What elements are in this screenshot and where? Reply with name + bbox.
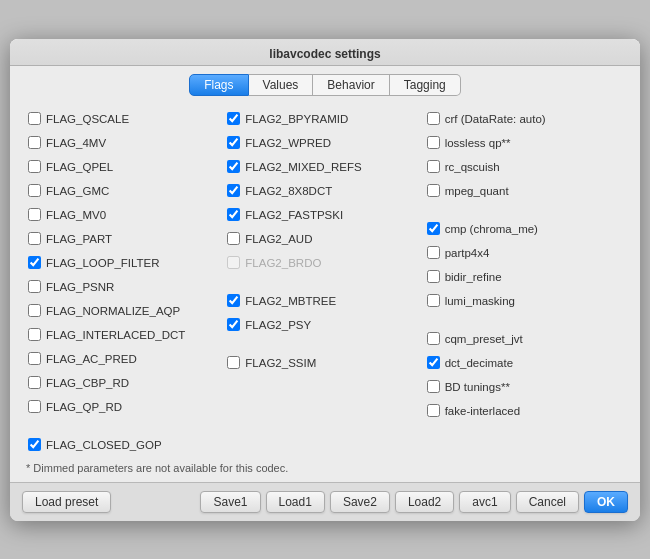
flag-ac-pred-checkbox[interactable] — [28, 352, 41, 365]
flag-label: FLAG2_MBTREE — [245, 295, 336, 307]
dialog-title: libavcodec settings — [269, 47, 380, 61]
flag-qscale-checkbox[interactable] — [28, 112, 41, 125]
list-item: FLAG_CBP_RD — [26, 372, 225, 394]
flag-label: BD tunings** — [445, 381, 510, 393]
flag-label: FLAG_PART — [46, 233, 112, 245]
flag-closed-gop-checkbox[interactable] — [28, 438, 41, 451]
flag2-bpyramid-checkbox[interactable] — [227, 112, 240, 125]
flag-label: FLAG_GMC — [46, 185, 109, 197]
flag-label: lumi_masking — [445, 295, 515, 307]
save1-button[interactable]: Save1 — [200, 491, 260, 513]
column-1: FLAG_QSCALE FLAG_4MV FLAG_QPEL FLAG_GMC … — [26, 108, 225, 456]
flag-label: FLAG_QSCALE — [46, 113, 129, 125]
tab-tagging[interactable]: Tagging — [390, 74, 461, 96]
flag-label: FLAG_QP_RD — [46, 401, 122, 413]
lumi-masking-checkbox[interactable] — [427, 294, 440, 307]
flag-label: FLAG_PSNR — [46, 281, 114, 293]
flag2-psy-checkbox[interactable] — [227, 318, 240, 331]
flag2-wpred-checkbox[interactable] — [227, 136, 240, 149]
flag-label: FLAG_4MV — [46, 137, 106, 149]
flag-label: FLAG_AC_PRED — [46, 353, 137, 365]
flag-cbp-rd-checkbox[interactable] — [28, 376, 41, 389]
load2-button[interactable]: Load2 — [395, 491, 454, 513]
flag-label: FLAG2_WPRED — [245, 137, 331, 149]
lossless-qp-checkbox[interactable] — [427, 136, 440, 149]
list-item: FLAG2_WPRED — [225, 132, 424, 154]
list-item: FLAG_4MV — [26, 132, 225, 154]
cmp-chroma-me-checkbox[interactable] — [427, 222, 440, 235]
flag-loop-filter-checkbox[interactable] — [28, 256, 41, 269]
flag2-fastpski-checkbox[interactable] — [227, 208, 240, 221]
flag-label: crf (DataRate: auto) — [445, 113, 546, 125]
flag-4mv-checkbox[interactable] — [28, 136, 41, 149]
flag-label: FLAG2_FASTPSKI — [245, 209, 343, 221]
tab-values[interactable]: Values — [249, 74, 314, 96]
rc-qscuish-checkbox[interactable] — [427, 160, 440, 173]
list-item: BD tunings** — [425, 376, 624, 398]
list-item: lossless qp** — [425, 132, 624, 154]
flag-psnr-checkbox[interactable] — [28, 280, 41, 293]
list-item: FLAG_PART — [26, 228, 225, 250]
list-item: FLAG_MV0 — [26, 204, 225, 226]
list-item: FLAG_AC_PRED — [26, 348, 225, 370]
crf-checkbox[interactable] — [427, 112, 440, 125]
flag-qp-rd-checkbox[interactable] — [28, 400, 41, 413]
flag-label: cqm_preset_jvt — [445, 333, 523, 345]
flag-qpel-checkbox[interactable] — [28, 160, 41, 173]
list-item: crf (DataRate: auto) — [425, 108, 624, 130]
flag-label: partp4x4 — [445, 247, 490, 259]
list-item: FLAG2_PSY — [225, 314, 424, 336]
flag-gmc-checkbox[interactable] — [28, 184, 41, 197]
list-item: FLAG_GMC — [26, 180, 225, 202]
cancel-button[interactable]: Cancel — [516, 491, 579, 513]
flag-label: rc_qscuish — [445, 161, 500, 173]
flag2-aud-checkbox[interactable] — [227, 232, 240, 245]
bidir-refine-checkbox[interactable] — [427, 270, 440, 283]
flags-grid: FLAG_QSCALE FLAG_4MV FLAG_QPEL FLAG_GMC … — [26, 108, 624, 456]
list-item: cmp (chroma_me) — [425, 218, 624, 240]
cqm-preset-jvt-checkbox[interactable] — [427, 332, 440, 345]
mpeg-quant-checkbox[interactable] — [427, 184, 440, 197]
flag-label: FLAG_MV0 — [46, 209, 106, 221]
list-item: FLAG_PSNR — [26, 276, 225, 298]
flag-normalize-aqp-checkbox[interactable] — [28, 304, 41, 317]
flag2-brdo-checkbox[interactable] — [227, 256, 240, 269]
flag-interlaced-dct-checkbox[interactable] — [28, 328, 41, 341]
list-item: FLAG_NORMALIZE_AQP — [26, 300, 225, 322]
flag2-8x8dct-checkbox[interactable] — [227, 184, 240, 197]
list-item: rc_qscuish — [425, 156, 624, 178]
save2-button[interactable]: Save2 — [330, 491, 390, 513]
flag-label: FLAG_CBP_RD — [46, 377, 129, 389]
partp4x4-checkbox[interactable] — [427, 246, 440, 259]
dct-decimate-checkbox[interactable] — [427, 356, 440, 369]
tab-flags[interactable]: Flags — [189, 74, 248, 96]
flag-label: FLAG2_8X8DCT — [245, 185, 332, 197]
load-preset-button[interactable]: Load preset — [22, 491, 111, 513]
flag-label: mpeg_quant — [445, 185, 509, 197]
bd-tunings-checkbox[interactable] — [427, 380, 440, 393]
flag-mv0-checkbox[interactable] — [28, 208, 41, 221]
flag2-ssim-checkbox[interactable] — [227, 356, 240, 369]
list-item: FLAG_CLOSED_GOP — [26, 434, 225, 456]
list-item: FLAG2_8X8DCT — [225, 180, 424, 202]
flag-label: FLAG_LOOP_FILTER — [46, 257, 160, 269]
list-item: FLAG_QSCALE — [26, 108, 225, 130]
column-3: crf (DataRate: auto) lossless qp** rc_qs… — [425, 108, 624, 456]
flag-label: fake-interlaced — [445, 405, 520, 417]
flag-part-checkbox[interactable] — [28, 232, 41, 245]
flag2-mbtree-checkbox[interactable] — [227, 294, 240, 307]
ok-button[interactable]: OK — [584, 491, 628, 513]
list-item: FLAG2_SSIM — [225, 352, 424, 374]
load1-button[interactable]: Load1 — [266, 491, 325, 513]
flag-label: FLAG2_AUD — [245, 233, 312, 245]
codec-button[interactable]: avc1 — [459, 491, 510, 513]
flag2-mixed-refs-checkbox[interactable] — [227, 160, 240, 173]
flag-label: FLAG_NORMALIZE_AQP — [46, 305, 180, 317]
tab-behavior[interactable]: Behavior — [313, 74, 389, 96]
list-item: FLAG2_MIXED_REFS — [225, 156, 424, 178]
flag-label: FLAG_CLOSED_GOP — [46, 439, 162, 451]
bottom-bar: Load preset Save1 Load1 Save2 Load2 avc1… — [10, 482, 640, 521]
list-item: bidir_refine — [425, 266, 624, 288]
fake-interlaced-checkbox[interactable] — [427, 404, 440, 417]
flag-label: FLAG_QPEL — [46, 161, 113, 173]
